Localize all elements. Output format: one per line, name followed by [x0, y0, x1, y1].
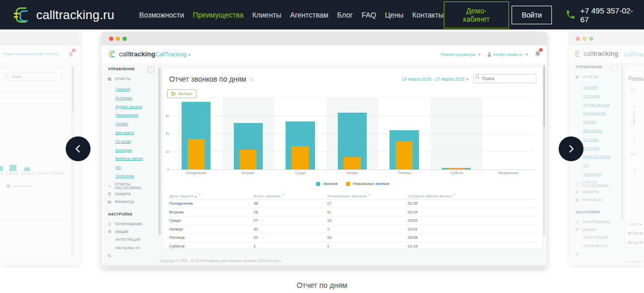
sidebar-link-7[interactable]: По часам	[115, 137, 157, 146]
calltracking-logo-icon	[13, 5, 31, 25]
column-header-1[interactable]: День недели▴	[169, 193, 253, 198]
sidebar-item-setting-xx[interactable]: Настройка XX	[115, 244, 157, 252]
carousel-prev-button[interactable]	[66, 136, 91, 161]
sidebar-section-settings: НАСТРОЙКИ	[576, 210, 621, 215]
time-label: 22:00-23:00	[36, 173, 49, 175]
sidebar-link-9[interactable]: Время до звонка	[583, 152, 621, 161]
sidebar-item-tagging-label: ТЕГИРОВАНИЕ	[115, 222, 142, 226]
sidebar-item-tagging[interactable]: ◇ТЕГИРОВАНИЕ	[107, 220, 157, 228]
table-line	[0, 254, 66, 254]
demo-button[interactable]: Демо-кабинет	[444, 2, 510, 28]
sidebar-link-4[interactable]: Расширенный	[115, 111, 157, 120]
sidebar-item-tagging[interactable]: ◇ТЕГИРОВАНИЕ	[575, 218, 621, 226]
export-button[interactable]: Экспорт	[167, 89, 197, 98]
mini-chart-x-labels: 0020:00-21:0021:00-22:0022:00-23:0023:00…	[1, 173, 64, 175]
minimize-dot	[582, 37, 587, 41]
sidebar-link-9[interactable]: Время до звонка	[115, 155, 157, 163]
sidebar-link-8[interactable]: Категории	[583, 144, 621, 153]
sidebar-item-setting-xx[interactable]: Настройка XX	[583, 242, 621, 250]
bell-icon[interactable]	[535, 50, 541, 59]
sidebar-link-1[interactable]: Сводный	[115, 85, 157, 94]
login-button[interactable]: Войти	[512, 6, 551, 24]
site-nav: ВозможностиПреимуществаКлиентыАгентствам…	[139, 11, 443, 19]
row-value: 03:05	[408, 235, 536, 240]
sidebar-item-numbers[interactable]: ✆НОМЕРА	[107, 190, 157, 198]
notification-badge	[72, 49, 76, 52]
column-header-label: Среднее время звонка	[408, 194, 452, 198]
nav-item-4[interactable]: Агентствам	[290, 11, 328, 19]
account-dropdown[interactable]: info@i-media.ru▼	[487, 52, 529, 57]
sidebar-link-6[interactable]: Дни недели	[583, 127, 621, 135]
sidebar-link-11[interactable]: Технологии	[115, 172, 157, 181]
search-input	[4, 73, 62, 81]
date-range-picker[interactable]: 14 марта 2016 - 27 марта 2016▼	[402, 76, 469, 82]
sidebar-item-general[interactable]: ⚙ОБЩИЕ	[107, 228, 157, 236]
carousel-next-button[interactable]	[559, 136, 583, 161]
nav-item-2[interactable]: Преимущества	[193, 11, 244, 19]
sidebar-link-6[interactable]: Дни недели	[115, 129, 157, 137]
sidebar-section-settings: НАСТРОЙКИ	[108, 212, 157, 218]
row-value: 02:20	[408, 201, 536, 206]
sidebar-item-reports[interactable]: ▦ОТЧЕТЫ	[107, 75, 157, 83]
sidebar-link-5[interactable]: Онлайн	[115, 120, 157, 129]
help-icon[interactable]	[249, 78, 253, 82]
nav-item-5[interactable]: Блог	[337, 11, 353, 19]
app-logo-text: calltracking	[583, 50, 618, 57]
sidebar-link-2[interactable]: Источники	[583, 92, 621, 101]
phone-number-row: 357-00-46	[627, 229, 644, 239]
table-row: Понедельник381702:20	[169, 199, 536, 208]
sidebar-collapse-icon[interactable]: ‹	[611, 64, 618, 70]
app-logo[interactable]: calltracking	[109, 50, 155, 58]
sidebar-item-reports[interactable]: ▦ОТЧЕТЫ	[575, 73, 621, 81]
table-line	[0, 231, 66, 232]
sidebar-item-finance[interactable]: ▤ФИНАНСЫ	[107, 198, 157, 206]
phone-block[interactable]: +7 495 357-02-67	[565, 6, 639, 24]
sidebar-link-11[interactable]: Технологии	[583, 170, 621, 179]
row-day: Суббота	[169, 244, 253, 249]
sidebar-item-callscoring[interactable]: ☆ОТЧЕТЫ CALLSCORING	[107, 182, 157, 190]
sidebar-item-callscoring[interactable]: ☆ОТЧЕТЫ CALLSCORING	[575, 180, 621, 188]
window-scrollbar[interactable]	[543, 65, 545, 236]
minimize-dot[interactable]	[116, 37, 120, 41]
search-input[interactable]	[473, 74, 536, 83]
numbers-table-header: Номер▴	[627, 222, 644, 229]
calltracking-logo-icon	[574, 50, 581, 58]
y-tick-label: 30	[165, 114, 169, 118]
view-mode-dropdown[interactable]: Режим просмотра▼	[441, 52, 481, 57]
site-logo[interactable]: calltracking.ru	[13, 5, 114, 25]
sidebar-item-numbers[interactable]: ✆НОМЕРА	[575, 188, 621, 196]
sidebar-link-3[interactable]: Журнал звонков	[583, 101, 621, 110]
sidebar-item-general[interactable]: ⚙ОБЩИЕ	[575, 226, 621, 234]
nav-item-8[interactable]: Контакты	[412, 11, 443, 19]
sidebar-link-8[interactable]: Категории	[115, 146, 157, 155]
nav-item-7[interactable]: Цены	[385, 11, 403, 19]
site-logo-text: calltracking.ru	[36, 8, 114, 22]
sidebar-link-5[interactable]: Онлайн	[583, 118, 621, 127]
sidebar-link-2[interactable]: Источники	[115, 94, 157, 103]
sidebar-scrollbar[interactable]	[158, 67, 161, 235]
sidebar-item-finance[interactable]: ▤ФИНАНСЫ	[575, 196, 621, 204]
zoom-dot[interactable]	[123, 37, 127, 41]
reports-label: ОТЧЕТЫ	[582, 75, 598, 79]
nav-item-1[interactable]: Возможности	[139, 11, 184, 19]
calltracking-logo-icon	[109, 50, 116, 58]
project-selector[interactable]: CallTracking▼	[155, 51, 191, 57]
sidebar-link-10[interactable]: Гео	[115, 163, 157, 172]
app-body: УПРАВЛЕНИЕ‹▦ОТЧЕТЫСводныйИсточникиЖурнал…	[569, 63, 644, 263]
sidebar-item-integrations[interactable]: ИНТЕГРАЦИИ	[583, 234, 621, 242]
sidebar-link-4[interactable]: Расширенный	[583, 109, 621, 118]
sidebar-link-1[interactable]: Сводный	[583, 83, 621, 92]
gear-icon: ⚙	[107, 229, 112, 234]
nav-item-3[interactable]: Клиенты	[252, 11, 281, 19]
sidebar-link-10[interactable]: Гео	[583, 161, 621, 170]
mini-chart-legend	[7, 184, 33, 188]
sidebar-link-3[interactable]: Журнал звонков	[115, 103, 157, 112]
sidebar-link-7[interactable]: По часам	[583, 135, 621, 144]
close-dot[interactable]	[109, 37, 113, 41]
row-value: 22	[253, 235, 327, 240]
sidebar-collapse-icon[interactable]: ‹	[148, 66, 154, 72]
y-tick-label: 0	[627, 168, 635, 184]
mini-chart-axis	[0, 171, 66, 172]
sidebar-item-integrations[interactable]: ИНТЕГРАЦИИ	[115, 236, 157, 244]
nav-item-6[interactable]: FAQ	[362, 11, 376, 19]
